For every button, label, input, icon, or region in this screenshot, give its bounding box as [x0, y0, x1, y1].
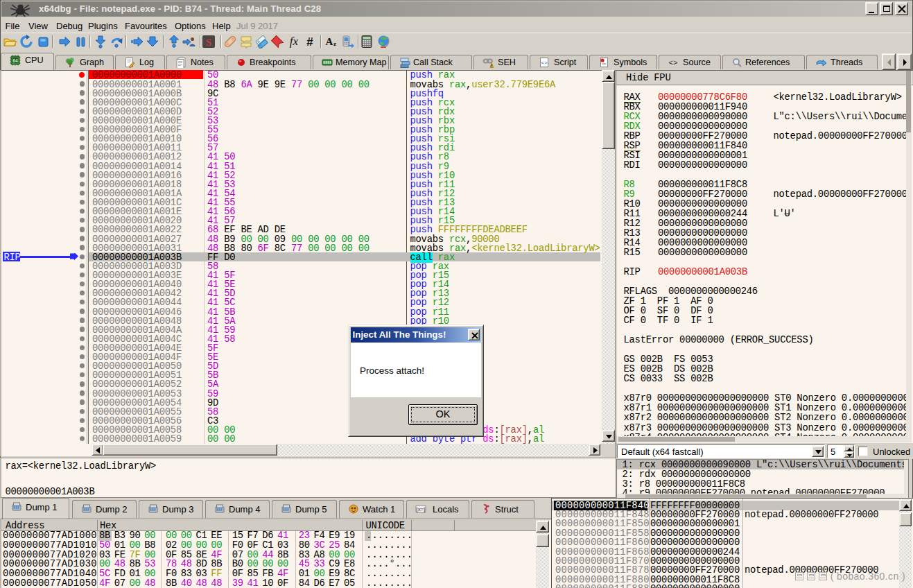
svg-text:#: # [306, 35, 313, 49]
svg-text:A: A [325, 36, 333, 47]
svg-text:z: z [333, 40, 336, 47]
svg-text:S: S [206, 37, 211, 48]
svg-text:<>: <> [669, 58, 678, 67]
svg-text:fx: fx [290, 35, 299, 48]
svg-text:<>: <> [541, 60, 548, 66]
svg-text:!: ! [491, 64, 492, 68]
svg-text:64: 64 [12, 58, 18, 63]
svg-text:[x=]: [x=] [416, 506, 425, 512]
